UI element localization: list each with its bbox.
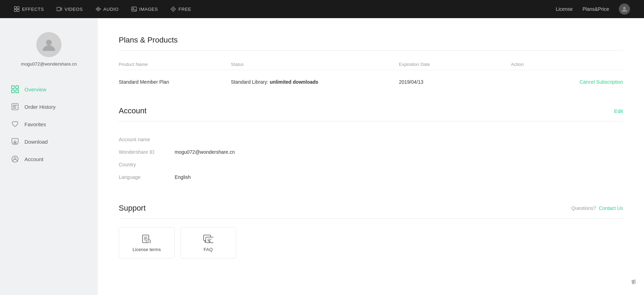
svg-rect-3 <box>17 9 19 12</box>
header-action: Action <box>511 62 623 67</box>
avatar <box>36 32 61 57</box>
support-section: Support Questions? Contact Us <box>119 204 623 258</box>
support-cards: License terms FAQ <box>119 227 623 258</box>
contact-us-link[interactable]: Contact Us <box>599 205 623 211</box>
svg-rect-29 <box>13 106 16 107</box>
sidebar-item-favorites[interactable]: Favorites <box>0 115 98 133</box>
header-product-name: Product Name <box>119 62 231 67</box>
svg-point-20 <box>175 9 176 10</box>
sidebar-item-label-account: Account <box>24 156 43 162</box>
cancel-subscription-btn[interactable]: Cancel Subscription <box>511 79 623 85</box>
effects-icon <box>14 6 20 12</box>
svg-point-17 <box>173 7 174 8</box>
sidebar-item-account[interactable]: Account <box>0 150 98 168</box>
license-icon <box>141 234 152 244</box>
svg-rect-8 <box>99 8 100 10</box>
account-divider <box>119 121 623 121</box>
svg-point-11 <box>133 8 134 9</box>
plans-link[interactable]: Plans&Price <box>583 6 609 12</box>
status-prefix: Standard Library: <box>231 79 270 85</box>
sidebar-avatar-area: mogu072@wondershare.cn <box>0 32 98 77</box>
account-icon <box>11 155 19 163</box>
svg-rect-1 <box>17 7 19 9</box>
top-nav-right: License Plans&Price <box>556 3 630 15</box>
wondershare-id-label: Wondershare ID <box>119 149 175 155</box>
license-terms-card[interactable]: License terms <box>119 227 175 258</box>
svg-rect-10 <box>132 7 137 11</box>
header-expiration: Expiration Date <box>399 62 511 67</box>
edit-button[interactable]: Edit <box>614 108 623 114</box>
svg-point-18 <box>173 11 174 12</box>
faq-label: FAQ <box>204 247 213 252</box>
svg-rect-23 <box>12 86 14 89</box>
nav-item-videos[interactable]: VIDEOS <box>57 6 83 12</box>
svg-rect-7 <box>98 7 99 12</box>
status-bold: unlimited downloads <box>270 79 318 85</box>
expiration-cell: 2019/04/13 <box>399 79 511 85</box>
user-avatar[interactable] <box>619 3 630 15</box>
top-nav: EFFECTS VIDEOS AU <box>0 0 644 18</box>
sidebar: mogu072@wondershare.cn Overview <box>0 18 98 295</box>
account-name-field: Account name <box>119 133 623 146</box>
header-status: Status <box>231 62 399 67</box>
language-label: Language <box>119 174 175 180</box>
nav-item-free[interactable]: FREE <box>170 6 191 12</box>
download-icon <box>11 138 19 145</box>
main-content: Plans & Products Product Name Status Exp… <box>98 18 644 295</box>
sidebar-nav: Overview Order History <box>0 81 98 168</box>
images-icon <box>131 6 137 12</box>
svg-rect-30 <box>13 108 16 108</box>
svg-rect-25 <box>12 90 14 93</box>
layout: mogu072@wondershare.cn Overview <box>0 18 644 295</box>
svg-rect-26 <box>16 90 19 93</box>
svg-point-14 <box>172 10 173 11</box>
svg-point-35 <box>14 157 16 159</box>
free-icon <box>170 6 176 12</box>
sidebar-item-label-download: Download <box>24 139 48 145</box>
svg-point-19 <box>171 9 172 10</box>
account-name-label: Account name <box>119 137 175 142</box>
license-terms-label: License terms <box>133 247 161 252</box>
svg-rect-2 <box>14 9 16 12</box>
status-cell: Standard Library: unlimited downloads <box>231 79 399 85</box>
sidebar-item-download[interactable]: Download <box>0 133 98 150</box>
nav-item-images[interactable]: IMAGES <box>131 6 158 12</box>
sidebar-item-label-order: Order History <box>24 104 56 110</box>
country-field: Country <box>119 158 623 171</box>
account-section: Account Edit Account name Wondershare ID… <box>119 106 623 187</box>
faq-icon <box>203 234 213 244</box>
country-label: Country <box>119 162 175 167</box>
overview-icon <box>11 85 19 93</box>
favorites-icon <box>11 120 19 128</box>
account-title: Account <box>119 106 147 115</box>
account-fields: Account name Wondershare ID mogu072@wond… <box>119 130 623 187</box>
license-link[interactable]: License <box>556 6 572 12</box>
svg-rect-28 <box>13 105 17 106</box>
top-nav-left: EFFECTS VIDEOS AU <box>14 6 191 12</box>
support-header: Support Questions? Contact Us <box>119 204 623 213</box>
sidebar-email: mogu072@wondershare.cn <box>21 61 77 67</box>
svg-rect-24 <box>16 86 19 89</box>
svg-rect-9 <box>100 8 101 10</box>
sidebar-item-label-overview: Overview <box>24 86 46 92</box>
svg-point-16 <box>173 9 174 10</box>
plans-table-header: Product Name Status Expiration Date Acti… <box>119 59 623 70</box>
support-questions: Questions? Contact Us <box>571 205 623 211</box>
nav-item-effects[interactable]: EFFECTS <box>14 6 44 12</box>
svg-point-15 <box>174 10 175 11</box>
audio-icon <box>95 6 101 12</box>
sidebar-item-overview[interactable]: Overview <box>0 81 98 98</box>
svg-point-13 <box>174 8 175 9</box>
wondershare-id-field: Wondershare ID mogu072@wondershare.cn <box>119 146 623 158</box>
svg-point-12 <box>172 8 173 9</box>
sidebar-item-order-history[interactable]: Order History <box>0 98 98 115</box>
svg-rect-6 <box>97 7 98 11</box>
nav-item-audio[interactable]: AUDIO <box>95 6 119 12</box>
plans-divider <box>119 50 623 51</box>
svg-point-21 <box>623 7 626 9</box>
language-value: English <box>175 174 191 180</box>
support-divider <box>119 218 623 219</box>
language-field: Language English <box>119 171 623 183</box>
plans-section: Plans & Products Product Name Status Exp… <box>119 36 623 90</box>
faq-card[interactable]: FAQ <box>180 227 236 258</box>
